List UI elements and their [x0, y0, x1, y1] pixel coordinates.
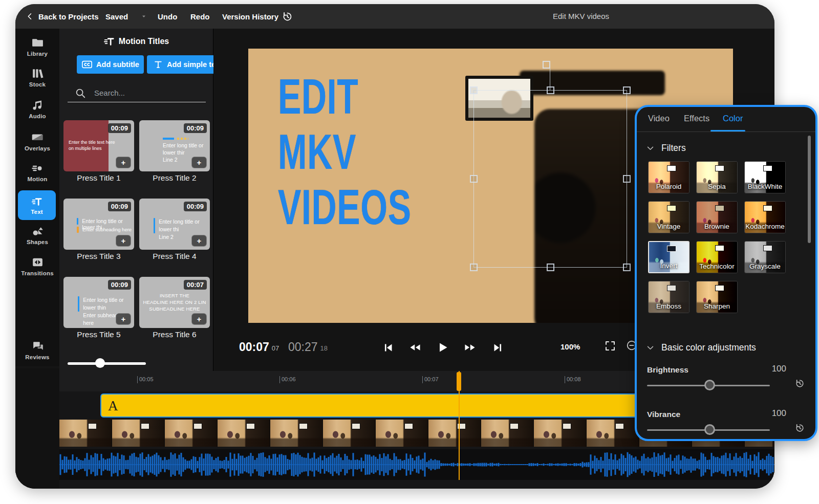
slider-knob[interactable]	[704, 424, 715, 435]
skip-to-end-button[interactable]	[488, 338, 507, 357]
duration-badge: 00:09	[184, 123, 207, 133]
playhead-handle[interactable]	[457, 372, 461, 391]
play-button[interactable]	[434, 338, 452, 357]
resize-handle[interactable]	[623, 264, 631, 271]
add-subtitle-button[interactable]: Add subtitle	[77, 55, 144, 74]
resize-handle[interactable]	[623, 86, 631, 94]
resize-handle[interactable]	[470, 86, 478, 94]
add-template-button[interactable]: +	[191, 157, 207, 168]
resize-handle[interactable]	[547, 264, 554, 271]
panel-scrollbar[interactable]	[808, 136, 811, 243]
ruler-tick: 00:07	[422, 376, 439, 383]
resize-handle[interactable]	[623, 175, 631, 183]
basic-adjustments-header[interactable]: Basic color adjustments	[646, 342, 756, 353]
redo-button[interactable]: Redo	[190, 4, 210, 29]
filter-invert[interactable]: Invert	[648, 241, 689, 273]
filter-emboss[interactable]: Emboss	[648, 281, 689, 313]
tile-preview-text: Enter subheading here	[77, 227, 132, 233]
fullscreen-icon[interactable]	[604, 340, 616, 352]
template-tile-2[interactable]: Enter long title or lower thirLine 200:0…	[139, 120, 210, 171]
video-thumbnail	[218, 420, 270, 447]
slider-value: 100	[772, 408, 786, 419]
resize-handle[interactable]	[470, 264, 478, 271]
tab-effects[interactable]: Effects	[684, 114, 709, 123]
template-tile-5[interactable]: Enter long title or lower thinEnter subh…	[63, 277, 134, 328]
duration-badge: 00:09	[184, 202, 207, 211]
saved-label: Saved	[105, 12, 128, 21]
filter-brownie[interactable]: Brownie	[696, 201, 738, 233]
undo-label: Undo	[158, 12, 177, 21]
undo-button[interactable]: Undo	[158, 4, 177, 29]
reset-icon[interactable]	[795, 379, 805, 388]
tile-preview-text: Enter the title text hereon multiple lin…	[69, 139, 115, 151]
back-to-projects-button[interactable]: Back to Projects	[26, 4, 99, 29]
slider-handle[interactable]	[95, 358, 105, 368]
template-tile-3[interactable]: Enter long title or lower thi Enter subh…	[63, 199, 134, 250]
video-thumbnail	[323, 420, 376, 447]
rotation-handle[interactable]	[543, 61, 550, 69]
saved-menu[interactable]: Saved	[105, 4, 147, 29]
sidebar-item-audio[interactable]: Audio	[15, 95, 59, 123]
skip-to-start-button[interactable]	[379, 338, 397, 357]
add-subtitle-label: Add subtitle	[96, 60, 139, 69]
sidebar-item-reviews[interactable]: Reviews	[15, 336, 59, 364]
video-thumbnail	[112, 420, 165, 447]
add-template-button[interactable]: +	[191, 235, 207, 247]
filter-label: Vintage	[649, 223, 689, 230]
color-panel-tabs: VideoEffectsColor	[637, 107, 815, 132]
template-tile-1[interactable]: Enter the title text hereon multiple lin…	[63, 120, 134, 171]
version-history-button[interactable]: Version History	[222, 4, 293, 29]
duration-badge: 00:09	[108, 202, 131, 211]
slider-track	[68, 362, 146, 365]
timeline-left-gutter	[15, 371, 59, 489]
filter-sharpen[interactable]: Sharpen	[696, 281, 738, 313]
zoom-level[interactable]: 100%	[561, 342, 580, 351]
filter-kodachrome[interactable]: Kodachrome	[744, 201, 786, 233]
filters-section-header[interactable]: Filters	[646, 143, 686, 154]
panel-header-label: Motion Titles	[119, 37, 169, 46]
video-thumbnail	[270, 420, 323, 447]
motion-icon	[31, 162, 44, 174]
filter-label: Technicolor	[697, 262, 737, 270]
sidebar-item-stock[interactable]: Stock	[15, 63, 59, 91]
thumbnail-size-slider[interactable]	[68, 358, 155, 368]
sidebar-item-library[interactable]: Library	[15, 33, 59, 60]
slider-knob[interactable]	[704, 380, 715, 390]
sidebar-item-overlays[interactable]: Overlays	[15, 127, 59, 155]
back-chevron-icon	[26, 12, 35, 21]
tab-color[interactable]: Color	[723, 114, 743, 123]
rewind-button[interactable]	[406, 338, 424, 357]
filter-technicolor[interactable]: Technicolor	[696, 241, 738, 273]
selection-box[interactable]	[473, 90, 627, 268]
current-time: 00:0707	[239, 340, 279, 354]
filter-sepia[interactable]: Sepia	[696, 161, 738, 193]
tile-decoration	[163, 138, 188, 140]
text-overlay[interactable]: EDIT MKV VIDEOS	[278, 69, 412, 235]
fast-forward-button[interactable]	[461, 338, 479, 357]
filter-grayscale[interactable]: Grayscale	[744, 241, 786, 273]
add-template-button[interactable]: +	[191, 313, 207, 325]
audio-track[interactable]	[59, 449, 774, 480]
sidebar-item-motion[interactable]: Motion	[15, 158, 59, 186]
add-template-button[interactable]: +	[116, 235, 131, 247]
tab-video[interactable]: Video	[648, 114, 670, 123]
filter-label: Polaroid	[649, 183, 689, 190]
sidebar-item-text[interactable]: Text	[18, 190, 56, 220]
sidebar-item-label: Overlays	[25, 145, 50, 151]
resize-handle[interactable]	[470, 175, 478, 183]
template-tile-6[interactable]: INSERT THEHEADLINE HERE ON 2 LINSUBHEADL…	[139, 277, 210, 328]
add-template-button[interactable]: +	[116, 157, 131, 168]
resize-handle[interactable]	[547, 86, 554, 94]
add-template-button[interactable]: +	[116, 313, 131, 325]
project-title: Edit MKV videos	[525, 4, 637, 29]
filter-vintage[interactable]: Vintage	[648, 201, 689, 233]
sidebar-item-shapes[interactable]: Shapes	[15, 221, 59, 249]
template-tile-4[interactable]: Enter long title or lower thiLine 200:09…	[139, 199, 210, 250]
reset-icon[interactable]	[795, 423, 805, 433]
sidebar-item-label: Audio	[29, 113, 46, 119]
sidebar-item-transitions[interactable]: Transitions	[15, 252, 59, 280]
filter-blackwhite[interactable]: BlackWhite	[744, 161, 786, 193]
slider-label: Brightness	[647, 365, 688, 375]
search-input[interactable]	[94, 89, 197, 97]
filter-polaroid[interactable]: Polaroid	[648, 161, 689, 193]
